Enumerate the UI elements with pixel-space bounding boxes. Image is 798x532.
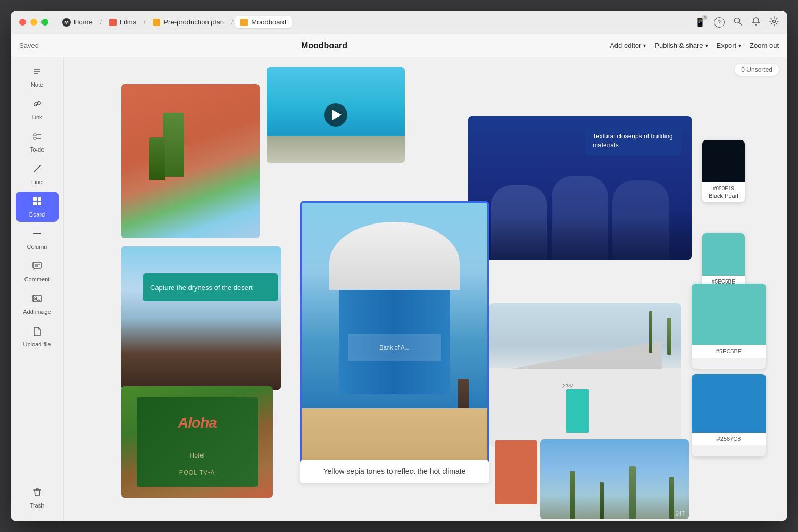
unsorted-badge: 0 Unsorted xyxy=(735,64,779,76)
traffic-lights xyxy=(19,19,48,26)
sidebar-item-todo[interactable]: To-do xyxy=(16,127,59,157)
toolbar-actions: Add editor ▾ Publish & share ▾ Export ▾ … xyxy=(610,41,779,49)
comment-icon xyxy=(32,261,43,274)
app-window: M Home / Films / Pre-production plan / M… xyxy=(11,11,787,521)
svg-rect-14 xyxy=(38,202,41,205)
play-triangle xyxy=(332,110,342,120)
sidebar-item-line[interactable]: Line xyxy=(16,159,59,189)
page-title: Moodboard xyxy=(39,41,610,51)
bank-building-image[interactable]: Bank of A... xyxy=(300,201,489,478)
export-button[interactable]: Export ▾ xyxy=(717,41,742,49)
sidebar-item-comment[interactable]: Comment xyxy=(16,256,59,287)
svg-rect-6 xyxy=(34,134,36,136)
sidebar-item-trash[interactable]: Trash xyxy=(16,483,59,513)
desert-card-text: Capture the dryness of the desert xyxy=(150,284,253,292)
help-icon[interactable]: ? xyxy=(714,17,725,28)
large-teal-swatch[interactable]: #5EC5BE xyxy=(692,284,766,369)
svg-line-10 xyxy=(34,165,40,172)
palms-sky-image[interactable]: 347 xyxy=(540,439,689,519)
sidebar: Note Link To-do Line xyxy=(11,57,64,521)
svg-line-1 xyxy=(739,22,742,25)
sidebar-uploadfile-label: Upload file xyxy=(23,341,51,347)
add-editor-button[interactable]: Add editor ▾ xyxy=(610,41,646,49)
midcentury-house-image[interactable]: 2244 hal and uninterrupted footage xyxy=(489,303,681,447)
addimage-icon xyxy=(32,293,43,306)
sidebar-note-label: Note xyxy=(31,81,43,88)
sidebar-link-label: Link xyxy=(31,114,42,120)
board-icon xyxy=(32,196,43,209)
sidebar-item-note[interactable]: Note xyxy=(16,62,59,92)
sky-cloud-image[interactable] xyxy=(121,246,281,390)
sidebar-line-label: Line xyxy=(31,179,43,185)
orange-rect-image[interactable] xyxy=(495,440,537,504)
svg-rect-13 xyxy=(33,202,37,205)
publish-share-button[interactable]: Publish & share ▾ xyxy=(654,41,708,49)
settings-icon[interactable] xyxy=(769,16,779,28)
tab-bar: M Home / Films / Pre-production plan / M… xyxy=(57,16,695,29)
blue-label: #2587C8 xyxy=(692,433,766,445)
toolbar: Saved Moodboard Add editor ▾ Publish & s… xyxy=(11,34,787,57)
tab-films-label: Films xyxy=(120,18,136,26)
line-icon xyxy=(32,163,43,177)
black-pearl-label: #050E19 Black Pearl xyxy=(702,182,745,202)
blue-building-image[interactable]: Textural closeups of building materials xyxy=(468,116,692,260)
title-actions: 📱 0 ? xyxy=(695,16,779,28)
moodboard-icon xyxy=(240,19,248,26)
notification-icon[interactable] xyxy=(751,16,761,28)
large-teal-label: #5EC5BE xyxy=(692,345,766,358)
black-pearl-swatch[interactable]: #050E19 Black Pearl xyxy=(702,140,745,202)
pool-video-image[interactable] xyxy=(267,67,405,163)
blue-swatch[interactable]: #2587C8 xyxy=(692,374,766,456)
tab-home[interactable]: M Home xyxy=(57,16,98,29)
tab-moodboard[interactable]: Moodboard xyxy=(235,16,292,28)
play-button[interactable] xyxy=(324,103,347,127)
sidebar-item-addimage[interactable]: Add image xyxy=(16,289,59,319)
moodboard-canvas[interactable]: 0 Unsorted xyxy=(64,57,787,521)
device-icon[interactable]: 📱 0 xyxy=(695,17,705,27)
todo-icon xyxy=(32,131,43,144)
svg-rect-12 xyxy=(38,197,41,201)
saved-status: Saved xyxy=(19,41,39,49)
sidebar-todo-label: To-do xyxy=(30,146,45,153)
films-icon xyxy=(109,19,117,26)
sidebar-column-label: Column xyxy=(27,244,47,250)
blue-color xyxy=(692,374,766,433)
desert-text-card[interactable]: Capture the dryness of the desert xyxy=(143,273,278,301)
tab-preproduction[interactable]: Pre-production plan xyxy=(147,16,229,28)
svg-rect-11 xyxy=(33,197,37,201)
maximize-button[interactable] xyxy=(41,19,48,26)
sidebar-trash-label: Trash xyxy=(30,502,45,509)
title-bar: M Home / Films / Pre-production plan / M… xyxy=(11,11,787,34)
search-icon[interactable] xyxy=(733,16,743,28)
tab-films[interactable]: Films xyxy=(104,16,142,28)
export-chevron: ▾ xyxy=(738,43,741,48)
device-badge: 0 xyxy=(702,15,708,20)
note-icon xyxy=(32,66,43,79)
caption-card: Yellow sepia tones to reflect the hot cl… xyxy=(300,460,489,483)
teal-swatch[interactable]: #5EC5BE xyxy=(702,233,745,288)
svg-point-2 xyxy=(773,20,776,22)
aloha-hotel-image[interactable]: Aloha POOL TV•A Hotel xyxy=(121,386,273,498)
building-label: Textural closeups of building materials xyxy=(585,127,681,155)
caption-text: Yellow sepia tones to reflect the hot cl… xyxy=(323,467,466,476)
teal-color xyxy=(702,233,745,276)
sidebar-item-board[interactable]: Board xyxy=(16,192,59,222)
sidebar-comment-label: Comment xyxy=(24,276,50,282)
tab-home-label: Home xyxy=(74,18,93,26)
svg-rect-8 xyxy=(34,137,36,139)
zoom-out-button[interactable]: Zoom out xyxy=(750,41,779,49)
uploadfile-icon xyxy=(32,326,43,339)
sidebar-item-column[interactable]: Column xyxy=(16,224,59,254)
home-icon: M xyxy=(62,18,71,27)
sidebar-addimage-label: Add image xyxy=(23,309,51,315)
column-icon xyxy=(32,228,43,242)
close-button[interactable] xyxy=(19,19,26,26)
svg-rect-16 xyxy=(33,262,41,268)
black-pearl-color xyxy=(702,140,745,182)
sidebar-item-uploadfile[interactable]: Upload file xyxy=(16,321,59,352)
minimize-button[interactable] xyxy=(30,19,37,26)
sidebar-board-label: Board xyxy=(29,211,45,218)
sidebar-item-link[interactable]: Link xyxy=(16,94,59,124)
tab-preproduction-label: Pre-production plan xyxy=(163,18,223,26)
pink-wall-image[interactable] xyxy=(121,84,260,238)
